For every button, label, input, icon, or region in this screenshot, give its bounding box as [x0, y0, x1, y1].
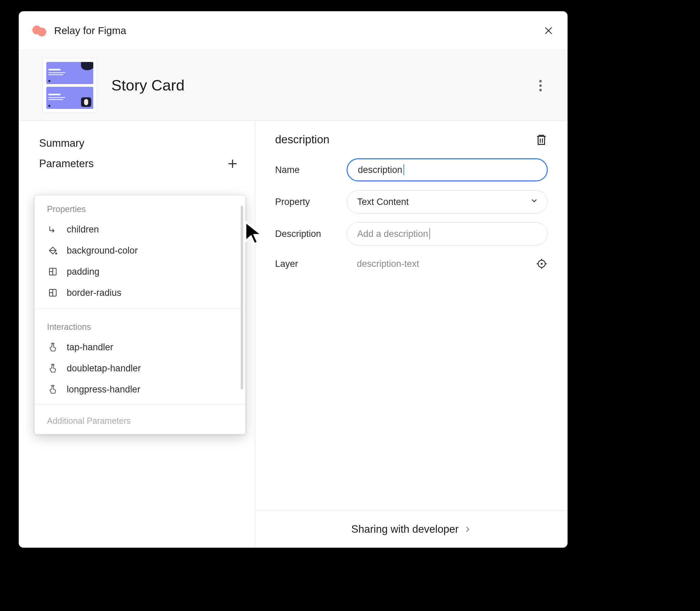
dots-vertical-icon	[539, 80, 542, 83]
detail-title: description	[275, 133, 330, 146]
text-caret	[429, 228, 430, 239]
popup-divider	[35, 308, 245, 308]
popup-item-label: border-radius	[67, 288, 121, 298]
chevron-down-icon	[530, 196, 539, 208]
relay-logo-icon	[32, 24, 47, 38]
add-parameter-button[interactable]	[226, 158, 239, 170]
description-label: Description	[275, 229, 347, 239]
popup-item-label: background-color	[67, 245, 138, 256]
left-pane: Summary Parameters Properties childre	[19, 121, 255, 548]
popup-item-label: longpress-handler	[67, 384, 140, 395]
popup-item-padding[interactable]: padding	[35, 261, 245, 282]
footer-label: Sharing with developer	[351, 523, 459, 535]
popup-item-background-color[interactable]: background-color	[35, 240, 245, 261]
component-thumbnail	[43, 58, 97, 113]
popup-item-longpress-handler[interactable]: longpress-handler	[35, 379, 245, 400]
parameter-type-popup: Properties children background-color	[34, 195, 245, 434]
close-icon	[543, 25, 554, 36]
layer-label: Layer	[275, 259, 347, 269]
popup-additional-parameters[interactable]: Additional Parameters	[35, 410, 245, 434]
popup-divider	[35, 405, 245, 405]
right-pane: description Name description Property Te…	[255, 121, 568, 548]
property-select[interactable]: Text Content	[347, 190, 548, 213]
crosshair-icon	[536, 258, 548, 270]
component-header: Story Card	[19, 50, 568, 121]
summary-tab[interactable]: Summary	[19, 133, 255, 153]
box-icon	[47, 266, 59, 278]
popup-item-label: doubletap-handler	[67, 363, 141, 374]
locate-layer-button[interactable]	[536, 258, 548, 270]
layer-value: description-text	[347, 259, 536, 269]
app-title: Relay for Figma	[54, 25, 126, 36]
popup-item-doubletap-handler[interactable]: doubletap-handler	[35, 358, 245, 379]
popup-properties-label: Properties	[35, 195, 245, 219]
svg-point-0	[55, 253, 57, 255]
popup-interactions-label: Interactions	[35, 313, 245, 337]
property-label: Property	[275, 197, 347, 207]
chevron-right-icon	[463, 525, 472, 533]
component-title: Story Card	[111, 77, 184, 94]
close-button[interactable]	[543, 25, 554, 36]
popup-item-children[interactable]: children	[35, 219, 245, 240]
sharing-footer-button[interactable]: Sharing with developer	[255, 510, 568, 548]
plus-icon	[226, 158, 239, 170]
fill-icon	[47, 245, 59, 256]
text-caret	[403, 164, 404, 175]
parameters-heading: Parameters	[39, 158, 94, 170]
tap-icon	[47, 362, 59, 374]
tap-icon	[47, 341, 59, 353]
name-input[interactable]: description	[347, 158, 548, 181]
svg-point-4	[541, 263, 542, 265]
children-icon	[47, 224, 59, 235]
more-menu-button[interactable]	[534, 79, 547, 92]
popup-item-border-radius[interactable]: border-radius	[35, 282, 245, 303]
popup-item-label: children	[67, 224, 99, 235]
delete-parameter-button[interactable]	[535, 133, 548, 146]
popup-item-label: tap-handler	[67, 342, 114, 353]
box-icon	[47, 287, 59, 299]
trash-icon	[535, 133, 548, 146]
body: Summary Parameters Properties childre	[19, 121, 568, 548]
title-bar: Relay for Figma	[19, 11, 568, 50]
popup-item-tap-handler[interactable]: tap-handler	[35, 337, 245, 358]
tap-icon	[47, 384, 59, 395]
popup-item-label: padding	[67, 267, 100, 277]
popup-scrollbar[interactable]	[241, 206, 243, 389]
name-label: Name	[275, 165, 347, 175]
plugin-panel: Relay for Figma Story Car	[19, 11, 568, 548]
description-input[interactable]: Add a description	[347, 222, 548, 245]
